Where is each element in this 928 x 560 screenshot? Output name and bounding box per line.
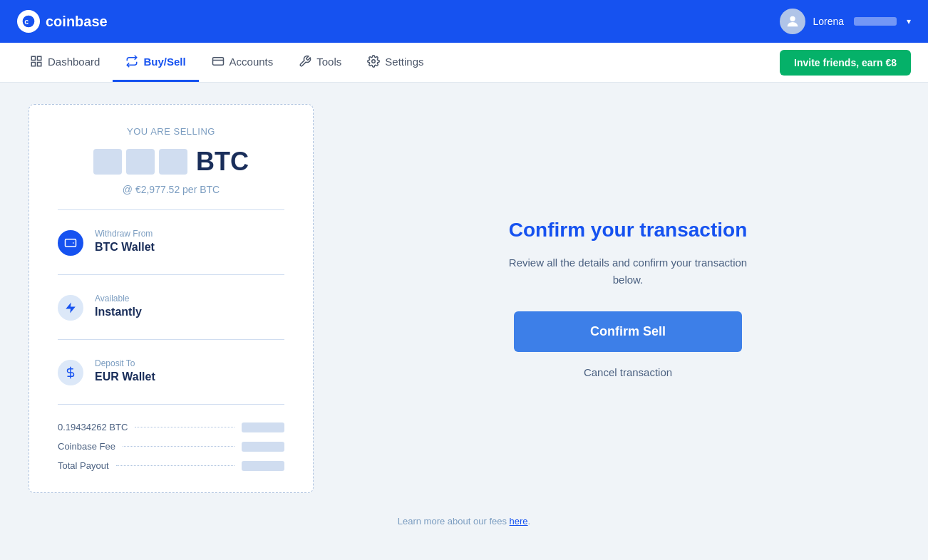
confirm-title: Confirm your transaction xyxy=(509,219,747,242)
divider-top xyxy=(58,209,284,210)
total-value-redacted xyxy=(242,461,284,471)
btc-label: BTC xyxy=(196,147,249,177)
invite-button[interactable]: Invite friends, earn €8 xyxy=(780,50,911,76)
avatar xyxy=(780,9,805,34)
coinbase-fee-label: Coinbase Fee xyxy=(58,441,115,452)
nav-dashboard-label: Dashboard xyxy=(48,56,100,68)
nav-item-tools[interactable]: Tools xyxy=(286,43,354,82)
deposit-value: EUR Wallet xyxy=(95,370,284,383)
total-payout-label: Total Payout xyxy=(58,460,109,471)
selling-amount: BTC xyxy=(58,147,284,177)
nav-settings-label: Settings xyxy=(385,56,423,68)
available-value: Instantly xyxy=(95,306,284,318)
you-are-selling-label: YOU ARE SELLING xyxy=(58,126,284,137)
deposit-text: Deposit To EUR Wallet xyxy=(95,358,284,383)
divider-1 xyxy=(58,274,284,275)
amount-redacted xyxy=(93,149,187,175)
total-payout-row: Total Payout xyxy=(58,456,284,475)
nav-tools-label: Tools xyxy=(316,56,341,68)
user-menu[interactable]: Lorena ▾ xyxy=(780,9,911,34)
confirm-description: Review all the details and confirm your … xyxy=(507,254,749,289)
amount-block-2 xyxy=(126,149,155,175)
withdraw-row: Withdraw From BTC Wallet xyxy=(58,220,284,264)
svg-rect-4 xyxy=(38,56,41,60)
lightning-icon-container xyxy=(58,295,83,321)
logo-text: coinbase xyxy=(46,14,108,30)
svg-text:c: c xyxy=(24,17,29,26)
withdraw-value: BTC Wallet xyxy=(95,241,284,254)
logo: c coinbase xyxy=(17,10,108,33)
price-per-btc: @ €2,977.52 per BTC xyxy=(58,184,284,195)
transaction-card: YOU ARE SELLING BTC @ €2,977.52 per BTC … xyxy=(29,104,314,493)
coinbase-logo-icon: c xyxy=(17,10,40,33)
learn-more-text: Learn more about our fees here. xyxy=(398,516,530,527)
fee-dots-3 xyxy=(116,465,234,466)
nav-item-settings[interactable]: Settings xyxy=(354,43,436,82)
amount-block-3 xyxy=(159,149,187,175)
withdraw-text: Withdraw From BTC Wallet xyxy=(95,229,284,254)
svg-rect-6 xyxy=(38,63,41,66)
fee-section: 0.19434262 BTC Coinbase Fee Total Payout xyxy=(58,415,284,475)
fee-dots-2 xyxy=(123,446,234,447)
withdraw-label: Withdraw From xyxy=(95,229,284,239)
svg-rect-5 xyxy=(31,63,35,66)
btc-amount-row: 0.19434262 BTC xyxy=(58,418,284,437)
svg-rect-7 xyxy=(212,58,223,66)
svg-point-9 xyxy=(372,60,376,63)
fee-value-redacted xyxy=(242,442,284,452)
confirm-panel: Confirm your transaction Review all the … xyxy=(356,104,899,493)
btc-amount-label: 0.19434262 BTC xyxy=(58,422,128,432)
nav-item-accounts[interactable]: Accounts xyxy=(199,43,287,82)
amount-block-1 xyxy=(93,149,122,175)
learn-more-prefix: Learn more about our fees xyxy=(398,516,510,527)
available-text: Available Instantly xyxy=(95,294,284,318)
available-label: Available xyxy=(95,294,284,304)
wallet-icon-container xyxy=(58,230,83,256)
deposit-row: Deposit To EUR Wallet xyxy=(58,350,284,394)
fee-dots-1 xyxy=(135,427,234,427)
confirm-sell-button[interactable]: Confirm Sell xyxy=(514,311,742,352)
coinbase-fee-row: Coinbase Fee xyxy=(58,437,284,456)
main-content: YOU ARE SELLING BTC @ €2,977.52 per BTC … xyxy=(0,83,928,514)
svg-rect-3 xyxy=(31,56,35,60)
svg-marker-11 xyxy=(66,303,76,313)
user-name: Lorena xyxy=(813,16,844,27)
nav-accounts-label: Accounts xyxy=(230,56,274,68)
deposit-label: Deposit To xyxy=(95,358,284,368)
available-row: Available Instantly xyxy=(58,285,284,329)
divider-3 xyxy=(58,404,284,405)
nav-item-buy-sell[interactable]: Buy/Sell xyxy=(113,43,198,82)
svg-point-2 xyxy=(790,16,795,21)
nav-buy-sell-label: Buy/Sell xyxy=(143,56,185,68)
nav-item-dashboard[interactable]: Dashboard xyxy=(17,43,113,82)
cancel-transaction-link[interactable]: Cancel transaction xyxy=(584,366,672,378)
learn-more-link[interactable]: here xyxy=(510,516,528,527)
nav-items: Dashboard Buy/Sell Accounts Tools Settin… xyxy=(17,43,437,82)
svg-rect-10 xyxy=(66,239,76,247)
divider-2 xyxy=(58,339,284,340)
navigation: Dashboard Buy/Sell Accounts Tools Settin… xyxy=(0,43,928,83)
header: c coinbase Lorena ▾ xyxy=(0,0,928,43)
chevron-down-icon: ▾ xyxy=(907,16,911,26)
dollar-icon-container xyxy=(58,360,83,385)
user-name-redacted xyxy=(854,17,897,26)
btc-amount-value-redacted xyxy=(242,422,284,432)
